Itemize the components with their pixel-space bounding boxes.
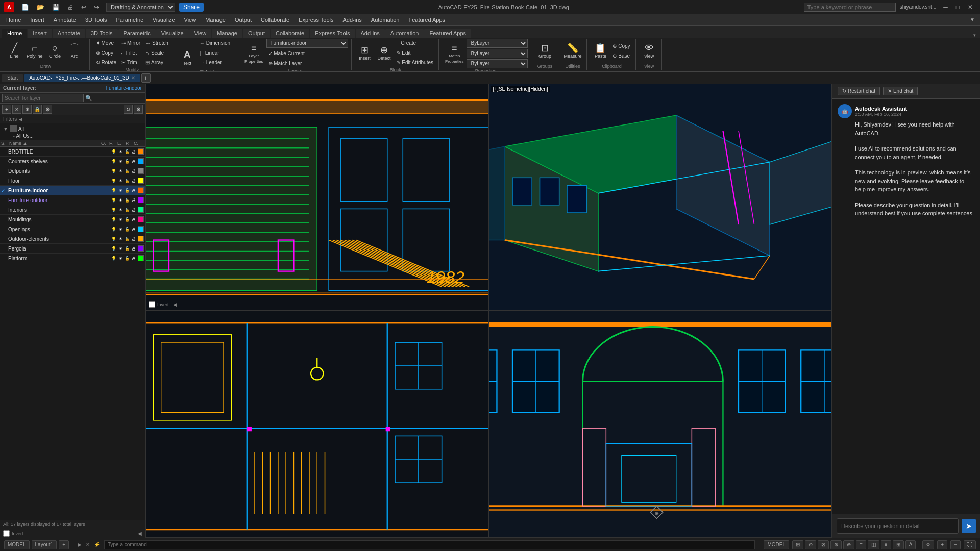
new-layout-btn[interactable]: + bbox=[59, 540, 69, 549]
viewport-bottom-left[interactable] bbox=[145, 311, 489, 538]
viewport-top-left[interactable]: 1982 Invert ◀ bbox=[145, 84, 489, 311]
grid-btn[interactable]: ⊞ bbox=[792, 540, 803, 549]
annotation-scale-btn[interactable]: A bbox=[905, 540, 916, 549]
create-btn[interactable]: + Create bbox=[395, 39, 435, 48]
leader-btn[interactable]: → Leader bbox=[198, 58, 232, 67]
layer-config-btn[interactable]: ⚙ bbox=[134, 105, 143, 114]
menu-view[interactable]: View bbox=[180, 16, 201, 24]
layer-row-outdoor[interactable]: Outdoor-elements 💡 ☀ 🔓 🖨 bbox=[0, 234, 145, 244]
invert-checkbox[interactable] bbox=[3, 530, 10, 537]
make-current-btn[interactable]: ✓ Make Current bbox=[266, 49, 348, 58]
layer-row-pergola[interactable]: Pergola 💡 ☀ 🔓 🖨 bbox=[0, 244, 145, 254]
menu-output[interactable]: Output bbox=[231, 16, 256, 24]
base-btn[interactable]: ⊙ Base bbox=[610, 52, 632, 61]
menu-home[interactable]: Home bbox=[2, 16, 25, 24]
layer-freeze-btn[interactable]: ❄ bbox=[22, 105, 32, 114]
scale-btn[interactable]: ⤡ Scale bbox=[143, 48, 170, 58]
zoom-in-btn[interactable]: + bbox=[937, 540, 947, 549]
menu-addins[interactable]: Add-ins bbox=[339, 16, 366, 24]
tab-collaborate[interactable]: Collaborate bbox=[271, 29, 309, 38]
tab-output[interactable]: Output bbox=[243, 29, 270, 38]
tab-featured[interactable]: Featured Apps bbox=[424, 29, 471, 38]
menu-insert[interactable]: Insert bbox=[26, 16, 48, 24]
trim-btn[interactable]: ✂ Trim bbox=[119, 58, 142, 67]
new-tab-btn[interactable]: + bbox=[141, 73, 151, 83]
restart-chat-btn[interactable]: ↻ Restart chat bbox=[838, 87, 880, 95]
move-btn[interactable]: ✦ Move bbox=[94, 39, 118, 48]
tab-visualize[interactable]: Visualize bbox=[156, 29, 189, 38]
all-filter-item[interactable]: ▼ All bbox=[3, 124, 142, 133]
viewport-top-right[interactable]: [+]SE Isometric][Hidden] bbox=[489, 84, 832, 311]
undo-btn[interactable]: ↩ bbox=[78, 3, 89, 12]
zoom-out-btn[interactable]: − bbox=[950, 540, 961, 549]
array-btn[interactable]: ⊞ Array bbox=[143, 58, 170, 67]
delete-layer-btn[interactable]: ✕ bbox=[12, 105, 21, 114]
command-input[interactable] bbox=[104, 540, 755, 549]
menu-3dtools[interactable]: 3D Tools bbox=[81, 16, 111, 24]
menu-visualize[interactable]: Visualize bbox=[149, 16, 179, 24]
tab-home[interactable]: Home bbox=[2, 29, 27, 38]
tab-insert[interactable]: Insert bbox=[28, 29, 52, 38]
viewport-bottom-right[interactable]: ⊕ bbox=[489, 311, 832, 538]
close-btn[interactable]: ✕ bbox=[965, 3, 976, 12]
layer-row-defpoints[interactable]: Defpoints 💡 ☀ 🔓 🖨 bbox=[0, 166, 145, 176]
new-layer-btn[interactable]: + bbox=[2, 105, 11, 114]
copy-btn[interactable]: ⊕ Copy bbox=[94, 48, 118, 58]
measure-btn[interactable]: 📏 Measure bbox=[561, 39, 583, 63]
layer-settings-btn[interactable]: ⚙ bbox=[43, 105, 52, 114]
edit-btn[interactable]: ✎ Edit bbox=[395, 48, 435, 58]
workspace-settings-btn[interactable]: ⚙ bbox=[922, 540, 934, 549]
layer-row-brdtitle[interactable]: BRDTITLE 💡 ☀ 🔓 🖨 bbox=[0, 147, 145, 157]
send-btn[interactable]: ➤ bbox=[962, 519, 976, 533]
osnap-btn[interactable]: ⊕ bbox=[843, 540, 854, 549]
layer-row-interiors[interactable]: Interiors 💡 ☀ 🔓 🖨 bbox=[0, 205, 145, 215]
layout1-tab[interactable]: Layout1 bbox=[32, 540, 57, 549]
layer-dropdown[interactable]: Furniture-indoor bbox=[266, 39, 348, 48]
layer-refresh-btn[interactable]: ↻ bbox=[124, 105, 133, 114]
bylayer-linetype[interactable]: ByLayer bbox=[467, 49, 528, 58]
full-screen-btn[interactable]: ⛶ bbox=[964, 540, 976, 549]
stretch-btn[interactable]: ↔ Stretch bbox=[143, 39, 170, 48]
selection-btn[interactable]: ⊞ bbox=[893, 540, 904, 549]
arc-btn[interactable]: ⌒ Arc bbox=[65, 39, 84, 63]
layer-row-openings[interactable]: Openings 💡 ☀ 🔓 🖨 bbox=[0, 224, 145, 234]
open-btn[interactable]: 📂 bbox=[34, 3, 47, 12]
bylayer-color[interactable]: ByLayer bbox=[467, 39, 528, 48]
match-props-btn[interactable]: ≡ MatchProperties bbox=[443, 41, 465, 66]
layer-props-btn[interactable]: ≡ LayerProperties bbox=[242, 41, 265, 66]
match-layer-btn[interactable]: ⊕ Match Layer bbox=[266, 59, 348, 68]
share-btn[interactable]: Share bbox=[179, 3, 204, 12]
menu-expresstools[interactable]: Express Tools bbox=[295, 16, 337, 24]
text-btn[interactable]: A Text bbox=[178, 45, 197, 70]
qprops-btn[interactable]: ≡ bbox=[881, 540, 891, 549]
tab-view[interactable]: View bbox=[189, 29, 212, 38]
edit-attr-btn[interactable]: ✎ Edit Attributes bbox=[395, 58, 435, 67]
snap-btn[interactable]: ⊙ bbox=[805, 540, 816, 549]
global-search[interactable] bbox=[804, 3, 896, 12]
menu-annotate[interactable]: Annotate bbox=[50, 16, 80, 24]
ribbon-collapse-btn[interactable]: ▼ bbox=[967, 16, 978, 23]
minimize-btn[interactable]: ─ bbox=[940, 3, 951, 12]
chat-input[interactable] bbox=[837, 518, 959, 534]
linear-btn[interactable]: | | Linear bbox=[198, 48, 232, 58]
insert-btn[interactable]: ⊞ Insert bbox=[356, 41, 374, 65]
circle-btn[interactable]: ○ Circle bbox=[46, 39, 64, 63]
start-tab[interactable]: Start bbox=[2, 74, 23, 82]
layer-row-furniture-outdoor[interactable]: Furniture-outdoor 💡 ☀ 🔓 🖨 bbox=[0, 195, 145, 205]
transparency-btn[interactable]: ◫ bbox=[868, 540, 879, 549]
layer-row-mouldings[interactable]: Mouldings 💡 ☀ 🔓 🖨 bbox=[0, 215, 145, 224]
new-btn[interactable]: 📄 bbox=[18, 3, 32, 12]
menu-automation[interactable]: Automation bbox=[367, 16, 404, 24]
collapse-view-btn[interactable]: ◀ bbox=[173, 302, 177, 307]
workspace-select[interactable]: Drafting & Annotation bbox=[106, 3, 175, 12]
file-tab[interactable]: AutoCAD-FY25_Fire-...—Book-Cafe_01_3D ✕ bbox=[24, 74, 140, 82]
tab-3dtools[interactable]: 3D Tools bbox=[86, 29, 118, 38]
layer-lock-btn[interactable]: 🔒 bbox=[33, 105, 42, 114]
tab-annotate[interactable]: Annotate bbox=[53, 29, 85, 38]
invert-cb-view[interactable] bbox=[149, 301, 155, 308]
bylayer-lineweight[interactable]: ByLayer bbox=[467, 59, 528, 68]
redo-btn[interactable]: ↪ bbox=[91, 3, 102, 12]
layer-row-furniture-indoor[interactable]: ✓ Furniture-indoor 💡 ☀ 🔓 🖨 bbox=[0, 186, 145, 195]
save-btn[interactable]: 💾 bbox=[49, 3, 63, 12]
copy-clip-btn[interactable]: ⊕ Copy bbox=[610, 42, 632, 51]
